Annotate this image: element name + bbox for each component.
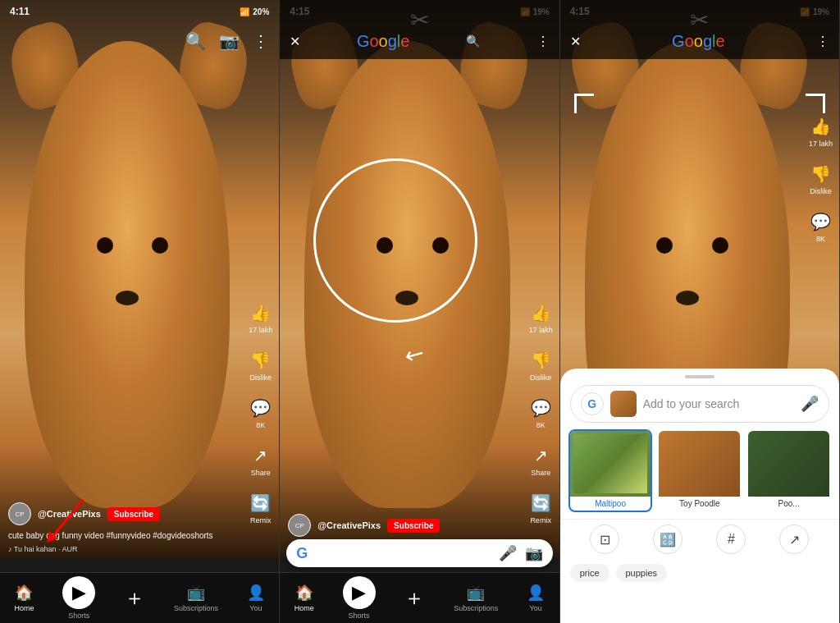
more-icon[interactable]: ⋮: [253, 31, 269, 51]
video-caption-1: cute baby dog funny video #funnyvideo #d…: [8, 530, 238, 542]
nav-shorts-2[interactable]: ▶ Shorts: [343, 576, 376, 620]
dog-thumbnail: [610, 391, 637, 417]
lens-arrow-icon: ↙: [400, 338, 430, 371]
tags-row: price puppies: [560, 559, 839, 587]
camera-icon[interactable]: 📷: [219, 31, 240, 51]
search-icon[interactable]: 🔍: [185, 31, 206, 51]
corner-tl: [574, 94, 594, 113]
panel-3-google-results: ✂ 4:15 📶 19% ✕ Google ⋮ 👍 17 lakh 👎 Disl…: [560, 0, 840, 623]
panel-1-youtube-shorts: 4:11 📶 20% 🔍 📷 ⋮ 👍 17 lakh 👎 Dislike 💬 8…: [0, 0, 280, 623]
nav-subscriptions-2[interactable]: 📺 Subscriptions: [454, 584, 498, 612]
channel-avatar-1: CP: [8, 502, 31, 525]
google-top-bar-2: ✕ Google 🔍 ⋮: [280, 0, 559, 59]
mic-icon-2[interactable]: 🎤: [499, 544, 517, 562]
nav-subscriptions-1[interactable]: 📺 Subscriptions: [174, 584, 218, 612]
result-label-maltipoo: Maltipoo: [570, 497, 651, 511]
nav-add-1[interactable]: ＋: [124, 584, 145, 612]
like-button[interactable]: 👍 17 lakh: [249, 301, 272, 334]
lens-circle: [313, 158, 477, 323]
subscribe-button-1[interactable]: Subscribe: [107, 507, 160, 521]
nav-home-2[interactable]: 🏠 Home: [294, 584, 314, 612]
nav-you-2[interactable]: 👤 You: [527, 584, 545, 612]
close-button-3[interactable]: ✕: [570, 34, 581, 49]
result-card-maltipoo[interactable]: Maltipoo: [568, 429, 653, 512]
action-translate[interactable]: 🔠: [653, 525, 682, 554]
results-row: Maltipoo Toy Poodle Poo...: [560, 429, 839, 512]
subscribe-button-2[interactable]: Subscribe: [387, 519, 440, 533]
comments-button-2[interactable]: 💬 8K: [529, 396, 552, 429]
channel-avatar-2: CP: [288, 514, 311, 537]
status-bar-1: 4:11 📶 20%: [0, 0, 279, 23]
sheet-search-bar[interactable]: G Add to your search 🎤: [570, 385, 829, 423]
action-icons-row: ⊡ 🔠 # ↗: [560, 519, 839, 559]
nav-home-1[interactable]: 🏠 Home: [14, 584, 34, 612]
google-logo-2: Google: [357, 32, 410, 51]
action-scan[interactable]: ⊡: [590, 525, 619, 554]
music-row-1: ♪ Tu hai kahan · AUR: [8, 545, 238, 553]
more-button-3[interactable]: ⋮: [816, 34, 829, 49]
close-button-2[interactable]: ✕: [290, 34, 300, 49]
dislike-button-2[interactable]: 👎 Dislike: [529, 349, 552, 382]
channel-name-2[interactable]: @CreativePixs: [317, 520, 381, 530]
lens-search-icon-2[interactable]: 🔍: [466, 34, 480, 48]
tag-puppies[interactable]: puppies: [616, 564, 668, 582]
result-card-poo[interactable]: Poo...: [746, 429, 831, 512]
search-placeholder[interactable]: Add to your search: [643, 397, 794, 410]
tag-price[interactable]: price: [570, 564, 609, 582]
scan-frame: [574, 94, 825, 405]
corner-tr: [806, 94, 825, 113]
result-card-toy-poodle[interactable]: Toy Poodle: [657, 429, 742, 512]
nav-shorts-1[interactable]: ▶ Shorts: [62, 576, 95, 620]
action-hashtag[interactable]: #: [716, 525, 746, 554]
google-g-icon: G: [296, 545, 308, 562]
more-button-2[interactable]: ⋮: [536, 34, 550, 49]
nav-you-1[interactable]: 👤 You: [247, 584, 265, 612]
comments-button[interactable]: 💬 8K: [249, 396, 272, 429]
result-label-toy-poodle: Toy Poodle: [659, 497, 740, 511]
like-button-2[interactable]: 👍 17 lakh: [529, 301, 553, 334]
share-button-2[interactable]: ↗ Share: [529, 444, 552, 477]
nav-add-2[interactable]: ＋: [404, 584, 425, 612]
arrow-overlay: [82, 500, 84, 549]
share-button[interactable]: ↗ Share: [249, 444, 272, 477]
yt-top-bar-1: 🔍 📷 ⋮: [0, 23, 279, 59]
google-g-circle: G: [581, 392, 604, 415]
google-top-bar-3: ✕ Google ⋮: [560, 0, 839, 59]
dislike-button[interactable]: 👎 Dislike: [249, 349, 272, 382]
sheet-handle: [685, 375, 714, 378]
google-logo-3: Google: [672, 32, 725, 51]
battery-icon: 20%: [253, 7, 269, 16]
remix-button-2[interactable]: 🔄 Remix: [529, 492, 552, 525]
video-info-1: CP @CreativePixs Subscribe cute baby dog…: [8, 502, 238, 553]
lens-overlay: ↙: [280, 59, 559, 557]
mic-search-icon[interactable]: 🎤: [801, 395, 819, 413]
shorts-toolbar-1: 👍 17 lakh 👎 Dislike 💬 8K ↗ Share 🔄 Remix: [249, 301, 272, 525]
bottom-nav-1: 🏠 Home ▶ Shorts ＋ 📺 Subscriptions 👤 You: [0, 572, 279, 623]
remix-button[interactable]: 🔄 Remix: [249, 492, 272, 525]
bottom-sheet: G Add to your search 🎤 Maltipoo Toy Pood…: [560, 369, 839, 623]
action-share[interactable]: ↗: [779, 525, 809, 554]
status-time-1: 4:11: [10, 6, 30, 17]
google-search-bar-2[interactable]: G 🎤 📷: [286, 539, 552, 567]
result-label-poo: Poo...: [748, 497, 829, 511]
bottom-nav-2: 🏠 Home ▶ Shorts ＋ 📺 Subscriptions 👤 You: [280, 572, 559, 623]
signal-icon: 📶: [240, 7, 249, 16]
panel-2-google-lens: ✂ 4:15 📶 19% ✕ Google 🔍 ⋮ ↙ 👍 17 lakh 👎 …: [280, 0, 559, 623]
status-icons-1: 📶 20%: [240, 7, 269, 16]
lens-icon-2[interactable]: 📷: [525, 544, 543, 562]
shorts-toolbar-2: 👍 17 lakh 👎 Dislike 💬 8K ↗ Share 🔄 Remix: [529, 301, 553, 525]
